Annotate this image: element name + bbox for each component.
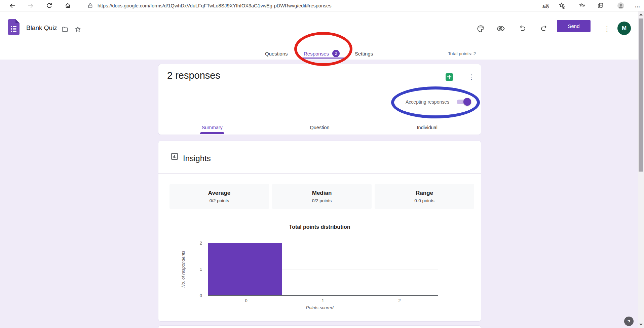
subtab-individual-label: Individual [417,125,438,130]
y-tick-0: 0 [192,293,202,298]
send-button[interactable]: Send [557,20,591,32]
stat-average: Average 0/2 points [169,184,269,209]
total-points-label: Total points: 2 [448,48,476,59]
stat-range-value: 0-0 points [414,198,434,203]
link-to-sheets-icon[interactable] [445,73,454,81]
stat-range: Range 0-0 points [375,184,474,209]
chart-y-axis-label: No. of respondents [180,243,186,295]
form-title[interactable]: Blank Quiz [26,24,57,32]
responses-count-badge: 2 [332,50,340,57]
y-tick-1: 1 [192,267,202,272]
x-tick-1: 1 [321,298,324,303]
x-tick-2: 2 [398,298,401,303]
back-icon[interactable] [7,0,18,11]
stat-range-label: Range [416,190,433,196]
home-icon[interactable] [62,0,73,11]
star-icon[interactable] [73,25,82,34]
chart-plot-area [208,243,438,295]
responses-card: 2 responses ⋮ Accepting responses Summar… [158,64,481,135]
browser-toolbar: https://docs.google.com/forms/d/1QwhDxVd… [0,0,644,11]
toggle-knob [463,98,471,106]
page-scrollbar[interactable] [638,11,644,328]
header-more-icon[interactable]: ⋮ [602,24,612,33]
responses-count-title: 2 responses [167,70,220,81]
help-button[interactable]: ? [624,317,634,326]
scrollbar-down-arrow[interactable] [638,322,644,327]
stat-median-value: 0/2 points [312,198,332,203]
chart-title: Total points distribution [158,224,481,230]
x-axis-line [208,295,438,296]
active-subtab-indicator [200,132,224,134]
refresh-icon[interactable] [44,0,54,11]
insights-card: Insights Average 0/2 points Median 0/2 p… [158,141,481,322]
insights-chart-icon [170,152,179,162]
subtab-question-label: Question [310,125,329,130]
tab-responses-label: Responses [304,51,329,57]
accepting-responses-toggle[interactable] [457,100,470,104]
active-tab-indicator [301,58,347,59]
divider [158,173,481,174]
x-tick-0: 0 [245,298,247,303]
stat-average-value: 0/2 points [210,198,229,203]
screen: https://docs.google.com/forms/d/1QwhDxVd… [0,0,644,328]
response-view-subtabs: Summary Question Individual [158,120,481,135]
translate-icon[interactable]: aあ [540,0,551,11]
next-card-top-edge [158,325,481,328]
accepting-responses-row: Accepting responses [406,98,470,106]
preview-eye-icon[interactable] [496,24,505,33]
scrollbar-thumb[interactable] [639,19,643,172]
tab-questions[interactable]: Questions [265,48,288,59]
browser-menu-icon[interactable]: … [632,0,643,11]
lock-icon[interactable] [85,0,96,11]
chart-x-axis-label: Points scored [158,305,481,310]
stat-average-label: Average [208,190,230,196]
collections-icon[interactable] [595,0,606,11]
subtab-individual[interactable]: Individual [373,120,481,135]
bar-0 [208,243,282,295]
account-avatar[interactable]: M [617,22,631,35]
browser-profile-icon[interactable] [615,0,626,11]
forward-icon[interactable] [25,0,36,11]
y-tick-2: 2 [192,241,202,246]
tab-settings[interactable]: Settings [355,48,373,59]
forms-logo-icon[interactable] [8,19,20,36]
subtab-summary-label: Summary [202,125,223,130]
theme-palette-icon[interactable] [476,24,485,33]
favorites-bar-icon[interactable] [577,0,588,11]
subtab-summary[interactable]: Summary [158,120,266,135]
undo-icon[interactable] [518,24,527,33]
subtab-question[interactable]: Question [266,120,374,135]
move-folder-icon[interactable] [60,25,70,34]
add-favorite-icon[interactable] [556,0,567,11]
stat-median-label: Median [312,190,332,196]
redo-icon[interactable] [539,24,548,33]
insights-title: Insights [183,154,211,163]
accepting-responses-label: Accepting responses [406,99,449,105]
forms-header: Blank Quiz Send ⋮ M Questions Responses … [0,11,644,60]
responses-more-icon[interactable]: ⋮ [467,72,476,81]
stat-median: Median 0/2 points [272,184,372,209]
address-bar[interactable]: https://docs.google.com/forms/d/1QwhDxVd… [98,0,332,11]
stats-row: Average 0/2 points Median 0/2 points Ran… [169,184,474,209]
scrollbar-up-arrow[interactable] [638,12,644,17]
